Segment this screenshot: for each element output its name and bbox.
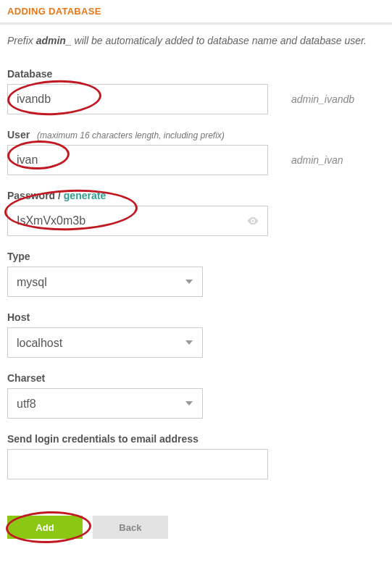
charset-label: Charset	[7, 372, 385, 384]
user-label-row: User (maximum 16 characters length, incl…	[7, 129, 385, 140]
database-prefixed: admin_ivandb	[291, 93, 354, 105]
database-label: Database	[7, 68, 385, 80]
database-input[interactable]	[7, 84, 268, 114]
host-label: Host	[7, 311, 385, 323]
password-input[interactable]	[7, 206, 268, 236]
prefix-note-bold: admin_	[36, 35, 72, 46]
page-header: ADDING DATABASE	[0, 0, 392, 25]
host-select[interactable]: localhost	[7, 327, 203, 358]
user-label: User	[7, 129, 30, 140]
prefix-note: Prefix admin_ will be automaticaly added…	[0, 25, 392, 51]
email-input[interactable]	[7, 449, 268, 479]
user-prefixed: admin_ivan	[291, 154, 343, 166]
page-title: ADDING DATABASE	[7, 6, 385, 17]
add-button[interactable]: Add	[7, 516, 83, 539]
generate-link[interactable]: generate	[64, 190, 106, 201]
type-label: Type	[7, 251, 385, 262]
password-label-row: Password / generate	[7, 190, 385, 201]
user-input[interactable]	[7, 145, 268, 175]
email-label: Send login credentials to email address	[7, 433, 385, 445]
user-hint: (maximum 16 characters length, including…	[37, 130, 225, 140]
eye-icon[interactable]	[246, 214, 259, 227]
type-select[interactable]: mysql	[7, 267, 203, 297]
back-button[interactable]: Back	[93, 516, 168, 539]
prefix-note-pre: Prefix	[7, 35, 36, 46]
charset-select[interactable]: utf8	[7, 388, 203, 419]
password-label: Password /	[7, 190, 64, 201]
prefix-note-post: will be automaticaly added to database n…	[72, 35, 367, 46]
